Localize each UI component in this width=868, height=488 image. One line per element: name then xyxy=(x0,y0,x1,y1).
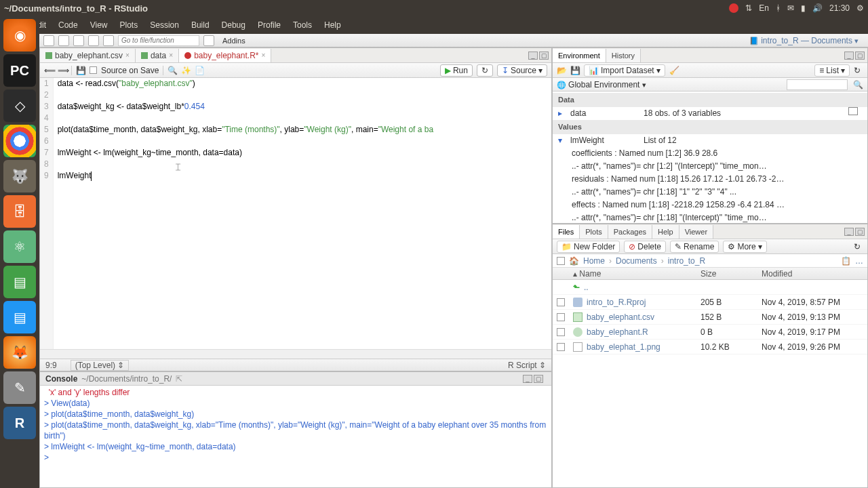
menu-code[interactable]: Code xyxy=(58,20,78,30)
menu-profile[interactable]: Profile xyxy=(258,20,281,30)
rename-button[interactable]: ✎ Rename xyxy=(670,241,719,253)
goto-project-icon[interactable]: 📋 xyxy=(841,256,851,266)
close-icon[interactable]: × xyxy=(262,52,266,59)
files-icon[interactable]: 🗄 xyxy=(3,195,36,228)
compile-icon[interactable]: 📄 xyxy=(195,66,204,75)
file-checkbox[interactable] xyxy=(557,298,565,306)
tab-baby-elephant-csv[interactable]: baby_elephant.csv× xyxy=(40,49,136,62)
save-icon[interactable]: 💾 xyxy=(76,66,85,75)
addins-menu[interactable]: Addins xyxy=(218,35,250,46)
tab-baby-elephant-r[interactable]: baby_elephant.R*× xyxy=(179,49,271,62)
file-checkbox[interactable] xyxy=(557,313,565,321)
file-checkbox[interactable] xyxy=(557,328,565,336)
tab-data[interactable]: data× xyxy=(136,49,179,62)
find-icon[interactable]: 🔍 xyxy=(167,66,177,75)
tab-files[interactable]: Files xyxy=(553,225,580,239)
menu-help[interactable]: Help xyxy=(324,20,341,30)
import-dataset-button[interactable]: 📊 Import Dataset ▾ xyxy=(584,64,665,77)
home-icon[interactable]: 🏠 xyxy=(569,256,579,266)
crumb-home[interactable]: Home xyxy=(583,256,605,266)
clock[interactable]: 21:30 xyxy=(829,3,850,13)
source-on-save-checkbox[interactable] xyxy=(90,66,97,74)
maximize-pane-button[interactable]: ▢ xyxy=(855,52,865,60)
code-editor[interactable]: 123456789 data <- read.csv("baby_elephan… xyxy=(40,78,551,349)
rerun-button[interactable]: ↻ xyxy=(477,64,493,77)
print-button[interactable] xyxy=(103,35,114,46)
minimize-pane-button[interactable]: _ xyxy=(523,375,532,383)
crumb-documents[interactable]: Documents xyxy=(616,256,657,266)
list-view-selector[interactable]: ≡ List ▾ xyxy=(814,64,850,77)
menu-view[interactable]: View xyxy=(90,20,108,30)
close-icon[interactable]: × xyxy=(125,52,130,59)
maximize-pane-button[interactable]: ▢ xyxy=(534,375,543,383)
forward-icon[interactable]: ⟹ xyxy=(58,66,67,75)
more-files-icon[interactable]: … xyxy=(855,256,863,266)
menu-debug[interactable]: Debug xyxy=(222,20,245,30)
menu-build[interactable]: Build xyxy=(191,20,210,30)
gimp-icon[interactable]: 🐺 xyxy=(3,160,36,192)
ubuntu-dash-icon[interactable]: ◉ xyxy=(3,19,36,52)
delete-button[interactable]: ⊘ Delete xyxy=(624,241,666,253)
file-type-selector[interactable]: R Script ⇕ xyxy=(508,361,546,370)
refresh-files-icon[interactable]: ↻ xyxy=(854,242,863,251)
env-search-input[interactable] xyxy=(787,79,848,90)
back-icon[interactable]: ⟸ xyxy=(44,66,54,75)
save-all-button[interactable] xyxy=(88,35,99,46)
calc-icon[interactable]: ▤ xyxy=(3,266,36,298)
volume-icon[interactable]: 🔊 xyxy=(812,3,823,13)
lang-indicator[interactable]: En xyxy=(759,3,769,13)
atom-icon[interactable]: ⚛ xyxy=(3,230,36,263)
menu-session[interactable]: Session xyxy=(150,20,179,30)
tab-viewer[interactable]: Viewer xyxy=(679,225,713,239)
env-content[interactable]: Data▸data18 obs. of 3 variablesValues▾lm… xyxy=(553,92,867,223)
save-env-icon[interactable]: 💾 xyxy=(570,66,580,75)
maximize-pane-button[interactable]: ▢ xyxy=(539,52,549,60)
tab-plots[interactable]: Plots xyxy=(580,225,608,239)
minimize-pane-button[interactable]: _ xyxy=(844,228,854,236)
tab-help[interactable]: Help xyxy=(652,225,679,239)
new-folder-button[interactable]: 📁 New Folder xyxy=(557,241,620,253)
minimize-pane-button[interactable]: _ xyxy=(844,52,854,60)
more-button[interactable]: ⚙ More ▾ xyxy=(723,241,766,253)
load-icon[interactable]: 📂 xyxy=(557,66,566,75)
tab-packages[interactable]: Packages xyxy=(608,225,652,239)
grid-button[interactable] xyxy=(203,35,214,46)
project-menu[interactable]: 📘 intro_to_R — Documents ▾ xyxy=(749,36,864,45)
file-checkbox[interactable] xyxy=(557,343,565,351)
save-button[interactable] xyxy=(73,35,84,46)
menu-plots[interactable]: Plots xyxy=(120,20,138,30)
maximize-pane-button[interactable]: ▢ xyxy=(855,228,865,236)
crumb-intro-to-r[interactable]: intro_to_R xyxy=(668,256,705,266)
file-up[interactable]: ⬑ .. xyxy=(553,280,867,295)
file-row[interactable]: intro_to_R.Rproj205 BNov 4, 2019, 8:57 P… xyxy=(553,295,867,310)
console-popout-icon[interactable]: ⇱ xyxy=(176,374,182,384)
refresh-icon[interactable]: ↻ xyxy=(854,66,863,75)
run-button[interactable]: ▶Run xyxy=(440,64,473,77)
inkscape-icon[interactable]: ◇ xyxy=(3,89,36,122)
code-body[interactable]: data <- read.csv("baby_elephant.csv") da… xyxy=(54,78,551,349)
file-row[interactable]: baby_elephat_1.png10.2 KBNov 4, 2019, 9:… xyxy=(553,340,867,354)
tab-environment[interactable]: Environment xyxy=(553,49,606,62)
scope-selector[interactable]: 🌐 Global Environment ▾ xyxy=(557,80,646,89)
goto-input[interactable] xyxy=(118,35,199,46)
writer-icon[interactable]: ▤ xyxy=(3,301,36,333)
bluetooth-icon[interactable]: ᚼ xyxy=(776,3,781,13)
battery-icon[interactable]: ▮ xyxy=(801,3,806,13)
rstudio-icon[interactable]: R xyxy=(3,407,36,439)
file-row[interactable]: baby_elephant.R0 BNov 4, 2019, 9:17 PM xyxy=(553,325,867,340)
scope-selector[interactable]: (Top Level) ⇕ xyxy=(71,360,130,371)
wand-icon[interactable]: ✨ xyxy=(181,66,191,75)
source-button[interactable]: ↧Source ▾ xyxy=(497,64,547,77)
wifi-icon[interactable]: ⇅ xyxy=(745,3,752,13)
open-file-button[interactable] xyxy=(58,35,69,46)
record-icon[interactable] xyxy=(729,3,738,13)
gear-icon[interactable]: ⚙ xyxy=(856,3,864,13)
minimize-pane-button[interactable]: _ xyxy=(528,52,538,60)
file-row[interactable]: baby_elephant.csv152 BNov 4, 2019, 9:13 … xyxy=(553,310,867,325)
horizontal-scrollbar[interactable] xyxy=(40,349,551,359)
chrome-icon[interactable] xyxy=(3,125,36,157)
select-all-checkbox[interactable] xyxy=(557,257,565,265)
gedit-icon[interactable]: ✎ xyxy=(3,371,36,404)
new-file-button[interactable] xyxy=(43,35,54,46)
tab-history[interactable]: History xyxy=(606,49,641,62)
